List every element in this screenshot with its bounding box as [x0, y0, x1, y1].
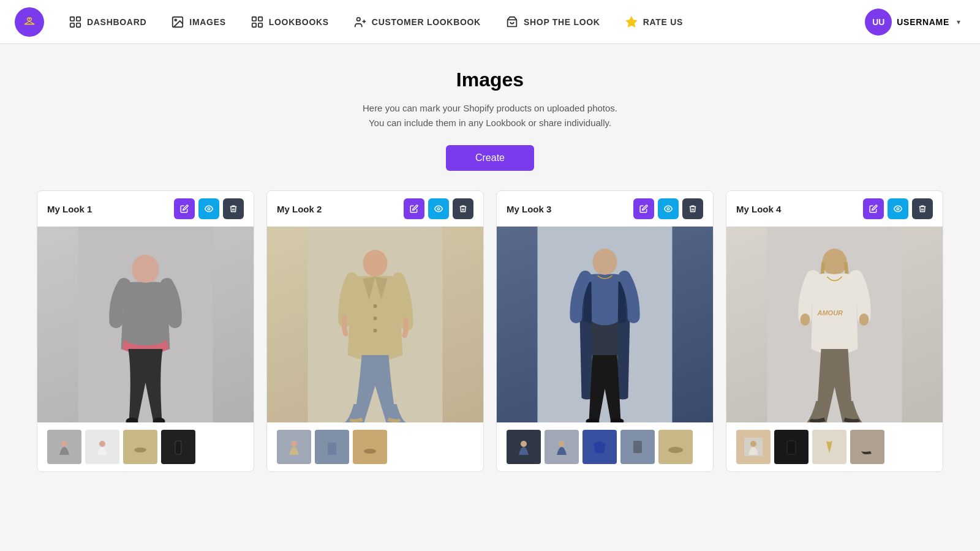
edit-icon — [180, 204, 189, 213]
user-menu[interactable]: UU USERNAME ▾ — [860, 4, 965, 40]
delete-button-2[interactable] — [453, 198, 473, 219]
nav-item-lookbooks[interactable]: LOOKBOOKS — [241, 10, 339, 34]
look-card-3: My Look 3 — [496, 190, 714, 472]
svg-point-27 — [437, 208, 440, 210]
svg-point-24 — [134, 448, 146, 452]
svg-point-55 — [823, 249, 847, 276]
svg-point-58 — [859, 313, 869, 326]
figure-svg-3 — [497, 227, 713, 422]
look-card-4: My Look 4 — [726, 190, 943, 472]
delete-button-3[interactable] — [682, 198, 703, 219]
card-title-3: My Look 3 — [507, 204, 551, 214]
nav-label-images: IMAGES — [189, 17, 225, 27]
edit-button-2[interactable] — [404, 198, 424, 219]
nav-label-shop-the-look: SHOP THE LOOK — [524, 17, 600, 27]
lookbooks-icon — [251, 15, 264, 29]
svg-point-60 — [750, 441, 756, 447]
avatar: UU — [865, 9, 892, 36]
thumb-icon — [858, 438, 876, 456]
nav-item-rate-us[interactable]: RATE US — [615, 10, 693, 34]
nav-label-dashboard: DASHBOARD — [87, 17, 146, 27]
thumbnail — [47, 430, 81, 464]
nav-item-dashboard[interactable]: DASHBOARD — [59, 10, 156, 34]
rate-us-icon — [625, 15, 638, 29]
delete-button-4[interactable] — [912, 198, 933, 219]
svg-point-7 — [175, 19, 177, 21]
svg-point-14 — [208, 208, 210, 210]
delete-button-1[interactable] — [223, 198, 244, 219]
svg-rect-62 — [787, 441, 796, 454]
trash-icon — [918, 204, 927, 213]
svg-rect-3 — [77, 17, 80, 20]
trash-icon — [688, 204, 697, 213]
card-header-4: My Look 4 — [726, 191, 943, 227]
card-image-2 — [267, 227, 483, 422]
nav-item-images[interactable]: IMAGES — [161, 10, 235, 34]
figure-svg-4: AMOUR — [726, 227, 943, 422]
thumbnail — [85, 430, 119, 464]
thumbnail — [315, 430, 349, 464]
page-subtitle-line2: You can include them in any Lookbook or … — [37, 116, 943, 130]
svg-rect-11 — [258, 23, 262, 26]
card-thumbnails-1 — [37, 422, 254, 471]
svg-rect-5 — [77, 23, 80, 26]
svg-point-31 — [374, 317, 377, 320]
thumb-icon — [131, 438, 149, 456]
edit-button-4[interactable] — [863, 198, 884, 219]
card-image-1 — [37, 227, 254, 422]
customer-lookbook-icon — [353, 15, 367, 29]
thumbnail — [736, 430, 771, 464]
figure-svg-2 — [267, 227, 483, 422]
view-button-1[interactable] — [198, 198, 219, 219]
nav-item-shop-the-look[interactable]: SHOP THE LOOK — [496, 10, 610, 34]
card-actions-1 — [174, 198, 244, 219]
svg-rect-23 — [131, 438, 149, 456]
svg-point-57 — [801, 313, 810, 326]
svg-point-20 — [61, 441, 67, 447]
images-icon — [171, 15, 184, 29]
view-button-4[interactable] — [888, 198, 908, 219]
thumbnail — [812, 430, 846, 464]
thumbnail — [850, 430, 884, 464]
create-button[interactable]: Create — [446, 145, 534, 171]
edit-button-3[interactable] — [633, 198, 654, 219]
edit-button-1[interactable] — [174, 198, 195, 219]
thumb-icon — [782, 438, 801, 456]
view-button-2[interactable] — [428, 198, 449, 219]
svg-point-53 — [897, 208, 899, 210]
svg-rect-50 — [633, 441, 642, 453]
nav-label-lookbooks: LOOKBOOKS — [269, 17, 329, 27]
trash-icon — [459, 204, 467, 213]
card-header-2: My Look 2 — [267, 191, 483, 227]
eye-icon — [205, 204, 213, 213]
card-header-1: My Look 1 — [37, 191, 254, 227]
thumb-icon — [323, 438, 341, 456]
svg-point-52 — [668, 447, 683, 453]
card-thumbnails-4 — [726, 422, 943, 471]
logo-icon — [21, 13, 38, 31]
thumbnail — [774, 430, 809, 464]
eye-icon — [894, 204, 902, 213]
edit-icon — [639, 204, 648, 213]
eye-icon — [664, 204, 673, 213]
thumbnail — [582, 430, 617, 464]
svg-point-39 — [667, 208, 669, 210]
nav-item-customer-lookbook[interactable]: CUSTOMER LOOKBOOK — [344, 10, 491, 34]
view-button-3[interactable] — [658, 198, 679, 219]
app-logo[interactable] — [15, 7, 44, 37]
eye-icon — [434, 204, 443, 213]
thumbnail — [545, 430, 579, 464]
svg-marker-13 — [626, 16, 637, 26]
figure-svg-1 — [37, 227, 254, 422]
svg-point-34 — [291, 441, 297, 447]
svg-rect-36 — [328, 443, 336, 455]
thumbnail — [277, 430, 311, 464]
thumb-icon — [590, 438, 609, 456]
svg-rect-2 — [70, 17, 74, 20]
thumbnail — [123, 430, 157, 464]
svg-rect-26 — [175, 441, 181, 454]
nav-label-rate-us: RATE US — [643, 17, 683, 27]
card-header-3: My Look 3 — [497, 191, 713, 227]
svg-point-29 — [363, 250, 388, 277]
shop-the-look-icon — [505, 15, 519, 29]
